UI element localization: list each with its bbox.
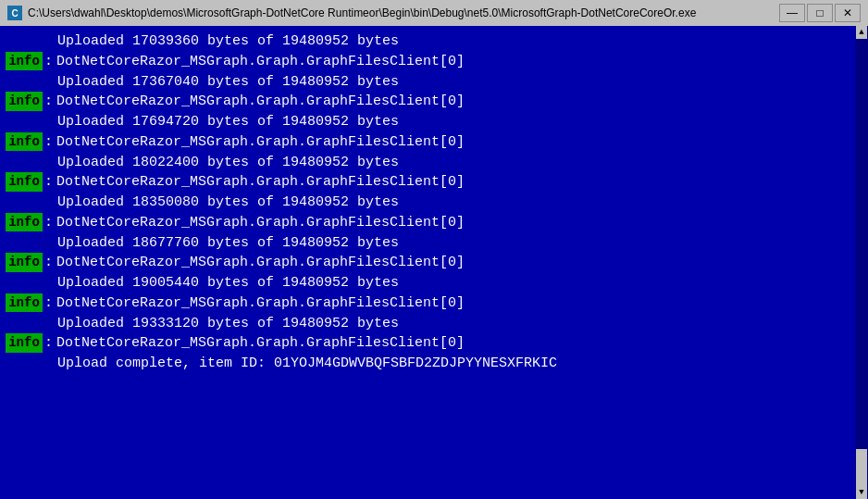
app-icon: C (7, 6, 22, 20)
info-badge: info (6, 132, 43, 151)
log-text: DotNetCoreRazor_MSGraph.Graph.GraphFiles… (56, 92, 465, 112)
log-text: Uploaded 17694720 bytes of 19480952 byte… (57, 112, 399, 132)
colon: : (44, 92, 53, 112)
colon: : (44, 172, 53, 193)
log-text: DotNetCoreRazor_MSGraph.Graph.GraphFiles… (56, 132, 465, 153)
log-text: DotNetCoreRazor_MSGraph.Graph.GraphFiles… (56, 253, 465, 273)
info-badge: info (6, 333, 43, 352)
colon: : (44, 333, 53, 354)
colon: : (44, 253, 53, 273)
log-text: DotNetCoreRazor_MSGraph.Graph.GraphFiles… (56, 172, 465, 193)
scrollbar[interactable]: ▲ ▼ (855, 26, 868, 499)
console-content: Uploaded 17039360 bytes of 19480952 byte… (0, 30, 868, 376)
colon: : (44, 52, 53, 72)
log-text: Uploaded 19005440 bytes of 19480952 byte… (57, 273, 399, 293)
log-text: Uploaded 18677760 bytes of 19480952 byte… (57, 233, 399, 254)
colon: : (44, 132, 53, 153)
scrollbar-up-arrow[interactable]: ▲ (856, 26, 867, 39)
scrollbar-thumb[interactable] (856, 449, 867, 486)
window-title: C:\Users\dwahl\Desktop\demos\MicrosoftGr… (28, 6, 774, 19)
window-controls: — □ ✕ (779, 4, 861, 22)
log-text: Uploaded 18022400 bytes of 19480952 byte… (57, 153, 399, 173)
log-line: info: DotNetCoreRazor_MSGraph.Graph.Grap… (6, 253, 862, 273)
minimize-button[interactable]: — (779, 4, 805, 22)
log-line: info: DotNetCoreRazor_MSGraph.Graph.Grap… (6, 213, 862, 233)
maximize-button[interactable]: □ (807, 4, 833, 22)
info-badge: info (6, 52, 43, 70)
info-badge: info (6, 293, 43, 312)
log-line: Upload complete, item ID: 01YOJM4GDWVBQF… (6, 354, 862, 374)
log-line: Uploaded 18022400 bytes of 19480952 byte… (6, 153, 862, 173)
log-text: DotNetCoreRazor_MSGraph.Graph.GraphFiles… (56, 213, 465, 233)
title-bar: C C:\Users\dwahl\Desktop\demos\Microsoft… (0, 0, 868, 26)
log-text: Uploaded 17039360 bytes of 19480952 byte… (57, 31, 399, 52)
log-line: info: DotNetCoreRazor_MSGraph.Graph.Grap… (6, 92, 862, 112)
console-window: Uploaded 17039360 bytes of 19480952 byte… (0, 26, 868, 499)
info-badge: info (6, 213, 43, 231)
log-line: info: DotNetCoreRazor_MSGraph.Graph.Grap… (6, 172, 862, 193)
close-button[interactable]: ✕ (835, 4, 861, 22)
colon: : (44, 293, 53, 314)
log-line: Uploaded 19333120 bytes of 19480952 byte… (6, 314, 862, 334)
log-line: Uploaded 18677760 bytes of 19480952 byte… (6, 233, 862, 254)
log-text: Uploaded 18350080 bytes of 19480952 byte… (57, 193, 399, 213)
log-text: DotNetCoreRazor_MSGraph.Graph.GraphFiles… (56, 333, 465, 354)
svg-text:C: C (11, 8, 18, 19)
log-line: Uploaded 17694720 bytes of 19480952 byte… (6, 112, 862, 132)
log-line: Uploaded 19005440 bytes of 19480952 byte… (6, 273, 862, 293)
log-text: DotNetCoreRazor_MSGraph.Graph.GraphFiles… (56, 52, 465, 72)
log-line: Uploaded 17367040 bytes of 19480952 byte… (6, 72, 862, 93)
info-badge: info (6, 253, 43, 271)
info-badge: info (6, 92, 43, 110)
log-line: info: DotNetCoreRazor_MSGraph.Graph.Grap… (6, 293, 862, 314)
log-line: info: DotNetCoreRazor_MSGraph.Graph.Grap… (6, 132, 862, 153)
log-line: info: DotNetCoreRazor_MSGraph.Graph.Grap… (6, 52, 862, 72)
log-text: Upload complete, item ID: 01YOJM4GDWVBQF… (57, 354, 557, 374)
log-text: DotNetCoreRazor_MSGraph.Graph.GraphFiles… (56, 293, 465, 314)
log-text: Uploaded 17367040 bytes of 19480952 byte… (57, 72, 399, 93)
log-line: info: DotNetCoreRazor_MSGraph.Graph.Grap… (6, 333, 862, 354)
info-badge: info (6, 172, 43, 191)
scrollbar-down-arrow[interactable]: ▼ (856, 486, 867, 499)
log-text: Uploaded 19333120 bytes of 19480952 byte… (57, 314, 399, 334)
log-line: Uploaded 18350080 bytes of 19480952 byte… (6, 193, 862, 213)
log-line: Uploaded 17039360 bytes of 19480952 byte… (6, 31, 862, 52)
colon: : (44, 213, 53, 233)
